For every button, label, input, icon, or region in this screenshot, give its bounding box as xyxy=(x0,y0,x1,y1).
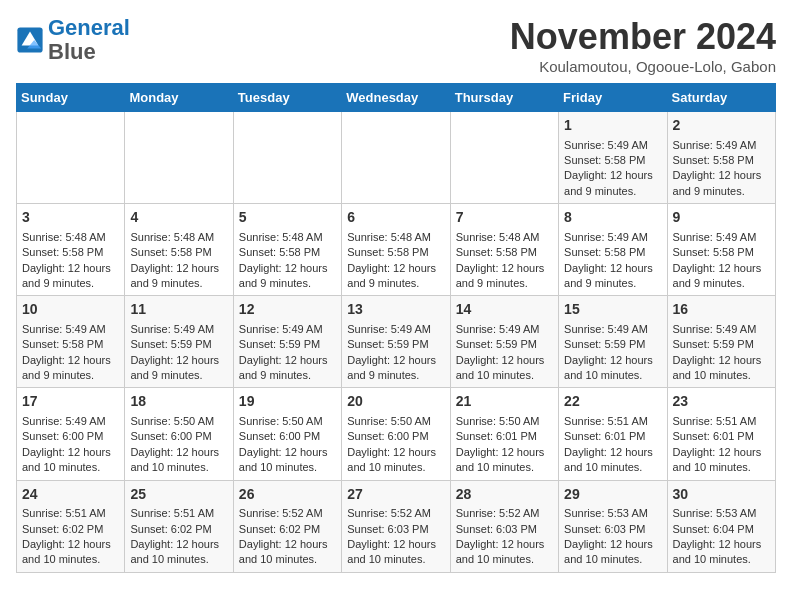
day-info: Sunset: 6:00 PM xyxy=(130,430,211,442)
day-info: Sunrise: 5:51 AM xyxy=(673,415,757,427)
day-info: Sunrise: 5:49 AM xyxy=(239,323,323,335)
day-info: Sunrise: 5:49 AM xyxy=(130,323,214,335)
day-info: Daylight: 12 hours xyxy=(239,262,328,274)
day-info: Daylight: 12 hours xyxy=(130,446,219,458)
calendar-body: 1Sunrise: 5:49 AMSunset: 5:58 PMDaylight… xyxy=(17,112,776,573)
logo-text: General Blue xyxy=(48,16,130,64)
header-cell-friday: Friday xyxy=(559,84,667,112)
day-info: Sunset: 6:03 PM xyxy=(564,523,645,535)
day-info: Daylight: 12 hours xyxy=(673,354,762,366)
day-number: 21 xyxy=(456,392,553,412)
day-info: Sunrise: 5:49 AM xyxy=(456,323,540,335)
calendar-cell: 18Sunrise: 5:50 AMSunset: 6:00 PMDayligh… xyxy=(125,388,233,480)
calendar-cell: 2Sunrise: 5:49 AMSunset: 5:58 PMDaylight… xyxy=(667,112,775,204)
calendar-cell: 15Sunrise: 5:49 AMSunset: 5:59 PMDayligh… xyxy=(559,296,667,388)
day-info: Sunset: 6:02 PM xyxy=(239,523,320,535)
day-number: 27 xyxy=(347,485,444,505)
day-number: 25 xyxy=(130,485,227,505)
calendar-cell: 26Sunrise: 5:52 AMSunset: 6:02 PMDayligh… xyxy=(233,480,341,572)
day-number: 22 xyxy=(564,392,661,412)
day-number: 20 xyxy=(347,392,444,412)
calendar-cell: 17Sunrise: 5:49 AMSunset: 6:00 PMDayligh… xyxy=(17,388,125,480)
day-info: and 10 minutes. xyxy=(347,461,425,473)
day-number: 6 xyxy=(347,208,444,228)
header-cell-wednesday: Wednesday xyxy=(342,84,450,112)
day-info: and 9 minutes. xyxy=(673,277,745,289)
calendar-cell: 20Sunrise: 5:50 AMSunset: 6:00 PMDayligh… xyxy=(342,388,450,480)
day-info: Sunrise: 5:49 AM xyxy=(673,139,757,151)
day-info: Sunrise: 5:49 AM xyxy=(564,323,648,335)
header-cell-sunday: Sunday xyxy=(17,84,125,112)
day-info: Sunset: 5:58 PM xyxy=(673,154,754,166)
day-info: Sunset: 5:59 PM xyxy=(130,338,211,350)
day-info: Daylight: 12 hours xyxy=(22,354,111,366)
header-cell-tuesday: Tuesday xyxy=(233,84,341,112)
day-info: Sunset: 5:58 PM xyxy=(347,246,428,258)
calendar-cell xyxy=(342,112,450,204)
day-info: Daylight: 12 hours xyxy=(456,446,545,458)
calendar-cell: 11Sunrise: 5:49 AMSunset: 5:59 PMDayligh… xyxy=(125,296,233,388)
calendar-cell xyxy=(17,112,125,204)
day-number: 16 xyxy=(673,300,770,320)
day-info: and 9 minutes. xyxy=(564,185,636,197)
day-info: Sunrise: 5:49 AM xyxy=(22,323,106,335)
day-info: and 9 minutes. xyxy=(130,369,202,381)
calendar-cell: 8Sunrise: 5:49 AMSunset: 5:58 PMDaylight… xyxy=(559,204,667,296)
day-number: 11 xyxy=(130,300,227,320)
day-info: Sunrise: 5:53 AM xyxy=(673,507,757,519)
day-info: and 10 minutes. xyxy=(239,553,317,565)
day-info: and 9 minutes. xyxy=(239,369,311,381)
day-info: Sunrise: 5:52 AM xyxy=(456,507,540,519)
calendar-cell: 9Sunrise: 5:49 AMSunset: 5:58 PMDaylight… xyxy=(667,204,775,296)
calendar-cell: 4Sunrise: 5:48 AMSunset: 5:58 PMDaylight… xyxy=(125,204,233,296)
calendar-cell: 30Sunrise: 5:53 AMSunset: 6:04 PMDayligh… xyxy=(667,480,775,572)
calendar-cell: 3Sunrise: 5:48 AMSunset: 5:58 PMDaylight… xyxy=(17,204,125,296)
day-number: 28 xyxy=(456,485,553,505)
day-info: Daylight: 12 hours xyxy=(564,262,653,274)
day-number: 24 xyxy=(22,485,119,505)
calendar-cell: 25Sunrise: 5:51 AMSunset: 6:02 PMDayligh… xyxy=(125,480,233,572)
day-number: 2 xyxy=(673,116,770,136)
calendar-cell: 14Sunrise: 5:49 AMSunset: 5:59 PMDayligh… xyxy=(450,296,558,388)
day-info: Daylight: 12 hours xyxy=(22,262,111,274)
day-info: Sunrise: 5:51 AM xyxy=(130,507,214,519)
day-info: Sunset: 6:01 PM xyxy=(564,430,645,442)
day-info: Sunrise: 5:50 AM xyxy=(347,415,431,427)
day-info: Sunset: 5:58 PM xyxy=(564,154,645,166)
day-info: and 9 minutes. xyxy=(130,277,202,289)
day-info: Daylight: 12 hours xyxy=(456,538,545,550)
day-info: Sunrise: 5:52 AM xyxy=(347,507,431,519)
title-area: November 2024 Koulamoutou, Ogooue-Lolo, … xyxy=(510,16,776,75)
day-info: Sunset: 5:58 PM xyxy=(22,246,103,258)
calendar-cell: 27Sunrise: 5:52 AMSunset: 6:03 PMDayligh… xyxy=(342,480,450,572)
day-info: Daylight: 12 hours xyxy=(347,354,436,366)
day-info: Sunset: 6:03 PM xyxy=(456,523,537,535)
day-number: 1 xyxy=(564,116,661,136)
day-info: and 9 minutes. xyxy=(564,277,636,289)
week-row-3: 10Sunrise: 5:49 AMSunset: 5:58 PMDayligh… xyxy=(17,296,776,388)
day-info: Sunset: 5:59 PM xyxy=(564,338,645,350)
day-number: 26 xyxy=(239,485,336,505)
day-info: Daylight: 12 hours xyxy=(239,538,328,550)
day-info: and 10 minutes. xyxy=(673,461,751,473)
day-info: Daylight: 12 hours xyxy=(239,446,328,458)
day-info: Daylight: 12 hours xyxy=(347,446,436,458)
day-info: Daylight: 12 hours xyxy=(130,538,219,550)
week-row-1: 1Sunrise: 5:49 AMSunset: 5:58 PMDaylight… xyxy=(17,112,776,204)
day-info: Sunrise: 5:48 AM xyxy=(22,231,106,243)
calendar-cell xyxy=(125,112,233,204)
calendar-cell xyxy=(450,112,558,204)
day-info: Sunset: 5:58 PM xyxy=(456,246,537,258)
day-number: 10 xyxy=(22,300,119,320)
day-info: and 10 minutes. xyxy=(22,553,100,565)
day-info: Sunset: 6:01 PM xyxy=(456,430,537,442)
day-info: and 10 minutes. xyxy=(456,369,534,381)
calendar-cell: 24Sunrise: 5:51 AMSunset: 6:02 PMDayligh… xyxy=(17,480,125,572)
day-info: Sunset: 5:58 PM xyxy=(564,246,645,258)
day-number: 14 xyxy=(456,300,553,320)
day-info: Sunrise: 5:50 AM xyxy=(456,415,540,427)
day-info: Sunrise: 5:49 AM xyxy=(564,231,648,243)
day-info: Daylight: 12 hours xyxy=(347,262,436,274)
day-info: Sunset: 6:02 PM xyxy=(130,523,211,535)
day-info: Daylight: 12 hours xyxy=(673,169,762,181)
